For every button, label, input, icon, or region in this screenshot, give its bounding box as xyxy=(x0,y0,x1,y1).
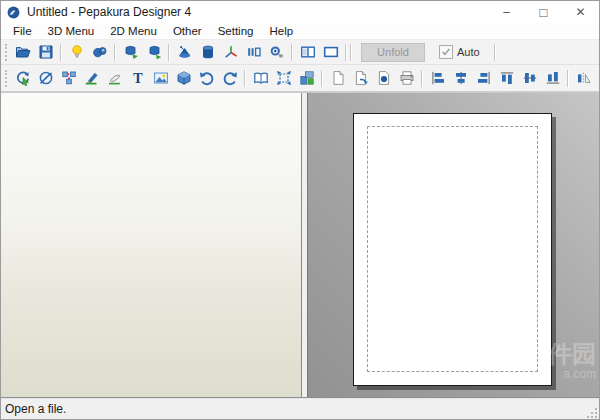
rotate-view-right-icon xyxy=(146,44,162,60)
edit-parts-button[interactable] xyxy=(57,68,80,88)
toolbar-2d: T xyxy=(1,65,599,92)
undo-button[interactable] xyxy=(195,68,218,88)
menu-item-2d-menu[interactable]: 2D Menu xyxy=(102,23,165,39)
book-view-icon xyxy=(253,70,269,86)
pattern-page[interactable] xyxy=(353,113,552,386)
rotate-view-right-button[interactable] xyxy=(142,42,165,62)
material-button[interactable] xyxy=(265,42,288,62)
window-title: Untitled - Pepakura Designer 4 xyxy=(27,5,191,19)
split-view-icon xyxy=(300,44,316,60)
export-document-icon xyxy=(353,70,369,86)
align-center-horizontal-icon xyxy=(453,70,469,86)
single-view-icon xyxy=(323,44,339,60)
arrange-parts-icon xyxy=(299,70,315,86)
draw-line-button[interactable] xyxy=(80,68,103,88)
align-center-horizontal-button[interactable] xyxy=(449,68,472,88)
image-tool-icon xyxy=(153,70,169,86)
rotate-view-left-icon xyxy=(123,44,139,60)
cylinder-button[interactable] xyxy=(196,42,219,62)
watermark: 件园 a.com xyxy=(548,341,596,381)
redo-button[interactable] xyxy=(218,68,241,88)
open-file-button[interactable] xyxy=(11,42,34,62)
toolbar-separator xyxy=(421,70,423,87)
align-left-icon xyxy=(430,70,446,86)
menu-item-3d-menu[interactable]: 3D Menu xyxy=(40,23,103,39)
draw-line-icon xyxy=(84,70,100,86)
box-3d-button[interactable] xyxy=(172,68,195,88)
app-logo-icon xyxy=(6,5,21,20)
export-document-button[interactable] xyxy=(349,68,372,88)
toolbar-separator xyxy=(345,44,347,61)
align-right-icon xyxy=(476,70,492,86)
title-bar: Untitled - Pepakura Designer 4 – □ ✕ xyxy=(1,1,599,23)
align-top-button[interactable] xyxy=(495,68,518,88)
save-file-button[interactable] xyxy=(34,42,57,62)
save-file-icon xyxy=(38,44,54,60)
toolbar-separator xyxy=(60,44,62,61)
open-file-icon xyxy=(15,44,31,60)
axes-icon xyxy=(223,44,239,60)
2d-view-pane[interactable]: 件园 a.com xyxy=(308,93,599,397)
align-bottom-button[interactable] xyxy=(541,68,564,88)
menu-item-help[interactable]: Help xyxy=(261,23,301,39)
new-document-button[interactable] xyxy=(326,68,349,88)
axes-button[interactable] xyxy=(219,42,242,62)
viewpoint-button[interactable] xyxy=(88,42,111,62)
printer-button[interactable] xyxy=(395,68,418,88)
toolbar-separator xyxy=(321,70,323,87)
toolbar-grip[interactable] xyxy=(5,44,7,61)
book-view-button[interactable] xyxy=(249,68,272,88)
lasso-select-button[interactable] xyxy=(34,68,57,88)
single-view-button[interactable] xyxy=(319,42,342,62)
align-right-button[interactable] xyxy=(472,68,495,88)
fit-pattern-button[interactable] xyxy=(272,68,295,88)
menu-bar: File3D Menu2D MenuOtherSettingHelp xyxy=(1,23,599,40)
split-view-button[interactable] xyxy=(296,42,319,62)
resize-grip-icon[interactable] xyxy=(586,407,598,419)
edit-line-button[interactable] xyxy=(103,68,126,88)
print-preview-button[interactable] xyxy=(372,68,395,88)
unfold-button[interactable]: Unfold xyxy=(361,43,425,62)
toolbar-separator xyxy=(244,70,246,87)
menu-item-file[interactable]: File xyxy=(5,23,40,39)
toolbar-grip[interactable] xyxy=(5,70,7,87)
maximize-button[interactable]: □ xyxy=(525,1,562,23)
flip-horizontal-right-button[interactable] xyxy=(595,68,600,88)
status-text: Open a file. xyxy=(5,402,66,416)
menu-item-setting[interactable]: Setting xyxy=(210,23,262,39)
app-window: Untitled - Pepakura Designer 4 – □ ✕ Fil… xyxy=(0,0,600,420)
auto-checkbox[interactable] xyxy=(439,45,453,59)
check-icon xyxy=(441,47,451,57)
image-tool-button[interactable] xyxy=(149,68,172,88)
mirror-icon xyxy=(246,44,262,60)
toolbar-separator xyxy=(291,44,293,61)
flip-horizontal-left-button[interactable] xyxy=(572,68,595,88)
rotate-view-left-button[interactable] xyxy=(119,42,142,62)
close-button[interactable]: ✕ xyxy=(562,1,599,23)
toolbar-separator xyxy=(114,44,116,61)
minimize-button[interactable]: – xyxy=(488,1,525,23)
align-left-button[interactable] xyxy=(426,68,449,88)
cone-button[interactable] xyxy=(173,42,196,62)
material-icon xyxy=(269,44,285,60)
text-tool-button[interactable]: T xyxy=(126,68,149,88)
undo-icon xyxy=(199,70,215,86)
light-bulb-button[interactable] xyxy=(65,42,88,62)
toolbar-main: Unfold Auto xyxy=(1,40,599,65)
light-bulb-icon xyxy=(69,44,85,60)
edit-line-icon xyxy=(107,70,123,86)
select-rotate-icon xyxy=(15,70,31,86)
align-top-icon xyxy=(499,70,515,86)
print-preview-icon xyxy=(376,70,392,86)
fit-pattern-icon xyxy=(276,70,292,86)
3d-view-pane[interactable] xyxy=(1,93,302,397)
watermark-smudge xyxy=(449,351,539,365)
watermark-line2: a.com xyxy=(548,368,596,381)
new-document-icon xyxy=(330,70,346,86)
menu-item-other[interactable]: Other xyxy=(165,23,210,39)
align-middle-vertical-button[interactable] xyxy=(518,68,541,88)
mirror-button[interactable] xyxy=(242,42,265,62)
cone-icon xyxy=(177,44,193,60)
arrange-parts-button[interactable] xyxy=(295,68,318,88)
select-rotate-button[interactable] xyxy=(11,68,34,88)
